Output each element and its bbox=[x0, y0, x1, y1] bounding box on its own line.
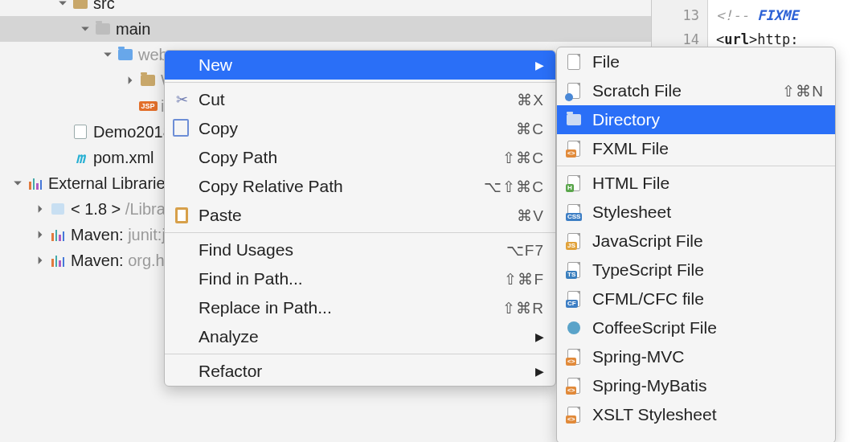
cut-icon bbox=[173, 91, 190, 108]
new-item-html-file[interactable]: HHTML File bbox=[557, 169, 835, 198]
context-menu[interactable]: New▶Cut⌘XCopy⌘CCopy Path⇧⌘CCopy Relative… bbox=[164, 50, 556, 387]
jdk-icon bbox=[50, 201, 66, 217]
shortcut-label: ⌘C bbox=[516, 120, 544, 138]
folder-icon bbox=[95, 21, 111, 37]
new-item-coffeescript-file[interactable]: CoffeeScript File bbox=[557, 313, 835, 342]
menu-item-label: Directory bbox=[592, 110, 824, 129]
menu-item-label: HTML File bbox=[592, 174, 824, 193]
tree-arrow-icon[interactable] bbox=[13, 178, 23, 188]
menu-item-refactor[interactable]: Refactor▶ bbox=[165, 357, 555, 386]
coffee-icon bbox=[565, 319, 583, 337]
menu-item-label: File bbox=[592, 52, 824, 72]
tree-arrow-icon[interactable] bbox=[80, 24, 90, 34]
js-icon: JS bbox=[565, 232, 583, 250]
copy-icon bbox=[173, 121, 190, 136]
shortcut-label: ⌘X bbox=[517, 91, 544, 109]
scratch-icon bbox=[565, 82, 583, 100]
paste-icon bbox=[173, 207, 190, 223]
shortcut-label: ⌘V bbox=[517, 207, 544, 225]
menu-item-label: Copy bbox=[199, 119, 508, 138]
menu-item-label: Replace in Path... bbox=[199, 298, 494, 317]
xml-icon: <> bbox=[565, 348, 583, 366]
ts-icon: TS bbox=[565, 261, 583, 279]
new-item-scratch-file[interactable]: Scratch File⇧⌘N bbox=[557, 76, 835, 105]
shortcut-label: ⌥F7 bbox=[506, 241, 544, 260]
cf-icon: CF bbox=[565, 290, 583, 308]
new-submenu[interactable]: FileScratch File⇧⌘NDirectory<>FXML FileH… bbox=[556, 47, 836, 442]
menu-item-cut[interactable]: Cut⌘X bbox=[165, 85, 555, 114]
new-item-directory[interactable]: Directory bbox=[557, 105, 835, 134]
menu-item-find-in-path-[interactable]: Find in Path...⇧⌘F bbox=[165, 264, 555, 293]
directory-icon bbox=[565, 111, 583, 129]
tree-arrow-icon[interactable] bbox=[35, 204, 45, 214]
new-item-file[interactable]: File bbox=[557, 47, 835, 76]
xml-icon: <> bbox=[565, 406, 583, 424]
menu-item-replace-in-path-[interactable]: Replace in Path...⇧⌘R bbox=[165, 293, 555, 322]
folder-webroot-icon bbox=[117, 47, 133, 63]
submenu-arrow-icon: ▶ bbox=[535, 59, 544, 72]
menu-item-label: FXML File bbox=[592, 139, 824, 158]
menu-item-new[interactable]: New▶ bbox=[165, 51, 555, 80]
tree-arrow-icon[interactable] bbox=[58, 0, 68, 8]
maven-icon: m bbox=[72, 149, 88, 166]
shortcut-label: ⇧⌘F bbox=[504, 270, 544, 289]
menu-item-label: Find in Path... bbox=[199, 269, 496, 289]
tree-item[interactable]: src bbox=[0, 0, 651, 16]
menu-item-copy-path[interactable]: Copy Path⇧⌘C bbox=[165, 143, 555, 172]
menu-item-label: Spring-MyBatis bbox=[592, 376, 824, 395]
css-icon: CSS bbox=[565, 203, 583, 221]
menu-item-label: Find Usages bbox=[199, 240, 498, 260]
new-item-xslt-stylesheet[interactable]: <>XSLT Stylesheet bbox=[557, 400, 835, 429]
new-item-spring-mybatis[interactable]: <>Spring-MyBatis bbox=[557, 371, 835, 400]
tree-arrow-icon[interactable] bbox=[35, 256, 45, 265]
module-icon bbox=[72, 124, 88, 140]
menu-item-label: TypeScript File bbox=[592, 260, 824, 280]
menu-item-find-usages[interactable]: Find Usages⌥F7 bbox=[165, 235, 555, 264]
menu-item-copy-relative-path[interactable]: Copy Relative Path⌥⇧⌘C bbox=[165, 172, 555, 201]
folder-icon bbox=[140, 72, 156, 88]
shortcut-label: ⌥⇧⌘C bbox=[484, 178, 544, 196]
menu-item-label: Cut bbox=[199, 90, 509, 109]
menu-item-label: Refactor bbox=[199, 362, 527, 381]
menu-item-label: Paste bbox=[199, 206, 509, 225]
menu-item-label: CoffeeScript File bbox=[592, 318, 824, 338]
menu-item-label: Copy Relative Path bbox=[199, 177, 476, 196]
menu-item-label: Stylesheet bbox=[592, 203, 824, 222]
library-icon bbox=[27, 175, 43, 191]
html-icon: H bbox=[565, 174, 583, 192]
fxml-icon: <> bbox=[565, 140, 583, 158]
menu-item-analyze[interactable]: Analyze▶ bbox=[165, 322, 555, 351]
file-icon bbox=[565, 53, 583, 71]
menu-item-paste[interactable]: Paste⌘V bbox=[165, 201, 555, 230]
jsp-file-icon: JSP bbox=[140, 98, 156, 114]
menu-item-label: Copy Path bbox=[199, 148, 494, 167]
menu-item-label: New bbox=[199, 55, 527, 75]
folder-icon bbox=[72, 0, 88, 11]
shortcut-label: ⇧⌘N bbox=[782, 82, 824, 100]
submenu-arrow-icon: ▶ bbox=[535, 330, 544, 343]
tree-arrow-icon[interactable] bbox=[35, 230, 45, 239]
tree-arrow-icon[interactable] bbox=[103, 50, 113, 59]
library-icon bbox=[50, 252, 66, 268]
shortcut-label: ⇧⌘R bbox=[502, 299, 544, 317]
shortcut-label: ⇧⌘C bbox=[502, 149, 544, 167]
menu-item-label: Analyze bbox=[199, 327, 527, 346]
new-item-typescript-file[interactable]: TSTypeScript File bbox=[557, 256, 835, 284]
submenu-arrow-icon: ▶ bbox=[535, 365, 544, 378]
menu-item-copy[interactable]: Copy⌘C bbox=[165, 114, 555, 143]
menu-item-label: XSLT Stylesheet bbox=[592, 405, 824, 424]
new-item-spring-mvc[interactable]: <>Spring-MVC bbox=[557, 342, 835, 371]
menu-item-label: CFML/CFC file bbox=[592, 289, 824, 309]
menu-item-label: Spring-MVC bbox=[592, 347, 824, 366]
tree-item[interactable]: main bbox=[0, 16, 651, 42]
new-item-stylesheet[interactable]: CSSStylesheet bbox=[557, 198, 835, 227]
menu-item-label: Scratch File bbox=[592, 81, 772, 100]
xml-icon: <> bbox=[565, 377, 583, 395]
new-item-javascript-file[interactable]: JSJavaScript File bbox=[557, 227, 835, 256]
library-icon bbox=[50, 227, 66, 243]
tree-arrow-icon[interactable] bbox=[125, 76, 135, 85]
menu-item-label: JavaScript File bbox=[592, 231, 824, 251]
new-item-fxml-file[interactable]: <>FXML File bbox=[557, 134, 835, 163]
new-item-cfml-cfc-file[interactable]: CFCFML/CFC file bbox=[557, 284, 835, 313]
